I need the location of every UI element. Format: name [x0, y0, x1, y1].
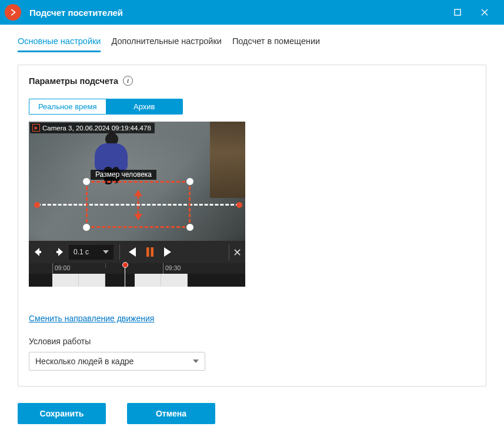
box-corner-tl[interactable] — [83, 178, 90, 185]
play-forward-button[interactable] — [160, 244, 175, 260]
person-size-label: Размер человека — [91, 170, 156, 180]
camera-timestamp-text: Camera 3, 20.06.2024 09:19:44.478 — [42, 125, 151, 132]
play-back-button[interactable] — [125, 244, 140, 260]
conditions-value: Несколько людей в кадре — [35, 357, 133, 366]
tab-advanced-settings[interactable]: Дополнительные настройки — [111, 36, 221, 52]
tab-bar: Основные настройки Дополнительные настро… — [0, 25, 504, 53]
segment-archive[interactable]: Архив — [106, 99, 183, 115]
speed-value: 0.1 c — [74, 248, 89, 256]
thumbnail[interactable] — [79, 274, 105, 287]
timeline[interactable]: 09:00 09:30 — [29, 263, 245, 274]
change-direction-link[interactable]: Сменить направление движения — [29, 314, 154, 323]
video-frame[interactable]: Camera 3, 20.06.2024 09:19:44.478 Размер… — [29, 122, 245, 241]
footer: Сохранить Отмена — [0, 392, 504, 430]
tab-basic-settings[interactable]: Основные настройки — [18, 36, 101, 52]
maximize-button[interactable] — [444, 0, 471, 25]
timeline-tick-minor — [105, 263, 108, 268]
box-corner-br[interactable] — [186, 224, 193, 231]
step-forward-button[interactable] — [50, 244, 65, 260]
svg-rect-2 — [151, 247, 154, 257]
info-icon[interactable]: i — [123, 76, 133, 86]
step-back-button[interactable] — [32, 244, 48, 260]
svg-rect-0 — [455, 9, 460, 15]
speed-selector[interactable]: 0.1 c — [69, 245, 114, 260]
window-title: Подсчет посетителей — [29, 8, 444, 18]
video-player: Camera 3, 20.06.2024 09:19:44.478 Размер… — [29, 122, 245, 287]
thumbnail[interactable] — [52, 274, 79, 287]
line-handle-left[interactable] — [34, 202, 40, 208]
titlebar: Подсчет посетителей — [0, 0, 504, 25]
segment-realtime[interactable]: Реальное время — [29, 99, 106, 115]
line-handle-right[interactable] — [236, 202, 242, 208]
svg-rect-1 — [146, 247, 149, 257]
close-button[interactable] — [471, 0, 498, 25]
thumbnail-strip[interactable] — [29, 274, 245, 287]
box-corner-bl[interactable] — [83, 224, 90, 231]
box-corner-tr[interactable] — [186, 178, 193, 185]
close-player-button[interactable] — [229, 244, 245, 260]
conditions-select[interactable]: Несколько людей в кадре — [29, 352, 205, 371]
chevron-down-icon — [193, 358, 199, 364]
thumbnail[interactable] — [135, 274, 161, 287]
source-segment: Реальное время Архив — [29, 99, 183, 115]
chevron-down-icon — [103, 249, 109, 255]
direction-arrow-icon — [133, 190, 143, 220]
counting-parameters-panel: Параметры подсчета i Реальное время Архи… — [18, 65, 486, 387]
camera-timestamp-overlay: Camera 3, 20.06.2024 09:19:44.478 — [30, 123, 155, 133]
background-boxes — [210, 122, 245, 198]
player-controls: 0.1 c — [29, 241, 245, 263]
panel-heading: Параметры подсчета — [29, 76, 118, 86]
thumbnail[interactable] — [161, 274, 188, 287]
save-button[interactable]: Сохранить — [18, 403, 106, 424]
playhead-line — [125, 266, 125, 287]
record-icon — [32, 124, 40, 132]
cancel-button[interactable]: Отмена — [127, 403, 215, 424]
close-icon — [234, 249, 241, 256]
playhead[interactable] — [122, 262, 128, 268]
separator — [119, 244, 120, 260]
app-logo-icon — [5, 4, 21, 21]
timeline-tick-2: 09:30 — [163, 263, 181, 274]
tab-room-counting[interactable]: Подсчет в помещении — [232, 36, 320, 52]
timeline-tick-1: 09:00 — [52, 263, 70, 274]
pause-button[interactable] — [142, 244, 158, 260]
conditions-label: Условия работы — [29, 337, 475, 346]
